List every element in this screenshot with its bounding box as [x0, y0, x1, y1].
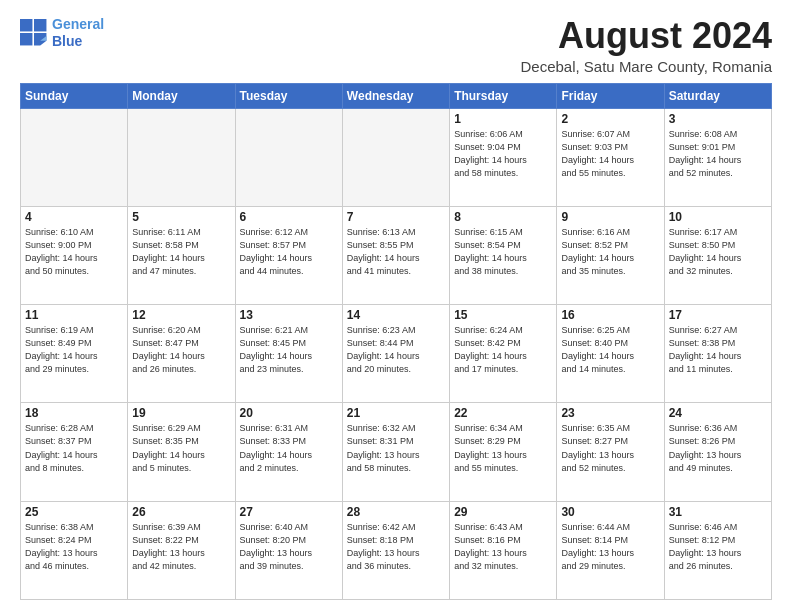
subtitle: Decebal, Satu Mare County, Romania: [520, 58, 772, 75]
day-number: 30: [561, 505, 659, 519]
day-number: 11: [25, 308, 123, 322]
month-title: August 2024: [520, 16, 772, 56]
day-number: 3: [669, 112, 767, 126]
calendar-cell: 3Sunrise: 6:08 AM Sunset: 9:01 PM Daylig…: [664, 108, 771, 206]
day-number: 20: [240, 406, 338, 420]
day-info: Sunrise: 6:19 AM Sunset: 8:49 PM Dayligh…: [25, 324, 123, 376]
day-info: Sunrise: 6:15 AM Sunset: 8:54 PM Dayligh…: [454, 226, 552, 278]
calendar-cell: 22Sunrise: 6:34 AM Sunset: 8:29 PM Dayli…: [450, 403, 557, 501]
calendar-cell: 28Sunrise: 6:42 AM Sunset: 8:18 PM Dayli…: [342, 501, 449, 599]
day-info: Sunrise: 6:10 AM Sunset: 9:00 PM Dayligh…: [25, 226, 123, 278]
day-info: Sunrise: 6:16 AM Sunset: 8:52 PM Dayligh…: [561, 226, 659, 278]
day-number: 26: [132, 505, 230, 519]
logo: General Blue: [20, 16, 104, 50]
page: General Blue August 2024 Decebal, Satu M…: [0, 0, 792, 612]
day-info: Sunrise: 6:42 AM Sunset: 8:18 PM Dayligh…: [347, 521, 445, 573]
day-number: 22: [454, 406, 552, 420]
day-number: 9: [561, 210, 659, 224]
svg-rect-1: [34, 19, 46, 31]
day-number: 29: [454, 505, 552, 519]
day-info: Sunrise: 6:12 AM Sunset: 8:57 PM Dayligh…: [240, 226, 338, 278]
calendar-cell: 13Sunrise: 6:21 AM Sunset: 8:45 PM Dayli…: [235, 305, 342, 403]
day-number: 4: [25, 210, 123, 224]
day-number: 31: [669, 505, 767, 519]
calendar-cell: 19Sunrise: 6:29 AM Sunset: 8:35 PM Dayli…: [128, 403, 235, 501]
day-number: 2: [561, 112, 659, 126]
calendar-cell: 18Sunrise: 6:28 AM Sunset: 8:37 PM Dayli…: [21, 403, 128, 501]
day-info: Sunrise: 6:13 AM Sunset: 8:55 PM Dayligh…: [347, 226, 445, 278]
calendar-cell: 14Sunrise: 6:23 AM Sunset: 8:44 PM Dayli…: [342, 305, 449, 403]
day-info: Sunrise: 6:08 AM Sunset: 9:01 PM Dayligh…: [669, 128, 767, 180]
day-info: Sunrise: 6:43 AM Sunset: 8:16 PM Dayligh…: [454, 521, 552, 573]
calendar-cell: 12Sunrise: 6:20 AM Sunset: 8:47 PM Dayli…: [128, 305, 235, 403]
calendar: Sunday Monday Tuesday Wednesday Thursday…: [20, 83, 772, 600]
calendar-week-1: 4Sunrise: 6:10 AM Sunset: 9:00 PM Daylig…: [21, 206, 772, 304]
calendar-cell: 29Sunrise: 6:43 AM Sunset: 8:16 PM Dayli…: [450, 501, 557, 599]
day-info: Sunrise: 6:06 AM Sunset: 9:04 PM Dayligh…: [454, 128, 552, 180]
day-number: 13: [240, 308, 338, 322]
day-number: 19: [132, 406, 230, 420]
calendar-week-2: 11Sunrise: 6:19 AM Sunset: 8:49 PM Dayli…: [21, 305, 772, 403]
day-number: 12: [132, 308, 230, 322]
calendar-cell: 9Sunrise: 6:16 AM Sunset: 8:52 PM Daylig…: [557, 206, 664, 304]
col-saturday: Saturday: [664, 83, 771, 108]
day-number: 21: [347, 406, 445, 420]
calendar-cell: 7Sunrise: 6:13 AM Sunset: 8:55 PM Daylig…: [342, 206, 449, 304]
day-number: 28: [347, 505, 445, 519]
calendar-cell: 5Sunrise: 6:11 AM Sunset: 8:58 PM Daylig…: [128, 206, 235, 304]
day-number: 8: [454, 210, 552, 224]
day-info: Sunrise: 6:40 AM Sunset: 8:20 PM Dayligh…: [240, 521, 338, 573]
calendar-cell: 16Sunrise: 6:25 AM Sunset: 8:40 PM Dayli…: [557, 305, 664, 403]
day-info: Sunrise: 6:20 AM Sunset: 8:47 PM Dayligh…: [132, 324, 230, 376]
day-info: Sunrise: 6:32 AM Sunset: 8:31 PM Dayligh…: [347, 422, 445, 474]
day-number: 17: [669, 308, 767, 322]
calendar-cell: 11Sunrise: 6:19 AM Sunset: 8:49 PM Dayli…: [21, 305, 128, 403]
day-info: Sunrise: 6:27 AM Sunset: 8:38 PM Dayligh…: [669, 324, 767, 376]
calendar-cell: 31Sunrise: 6:46 AM Sunset: 8:12 PM Dayli…: [664, 501, 771, 599]
day-number: 18: [25, 406, 123, 420]
calendar-cell: 30Sunrise: 6:44 AM Sunset: 8:14 PM Dayli…: [557, 501, 664, 599]
day-number: 25: [25, 505, 123, 519]
calendar-cell: 1Sunrise: 6:06 AM Sunset: 9:04 PM Daylig…: [450, 108, 557, 206]
calendar-cell: 21Sunrise: 6:32 AM Sunset: 8:31 PM Dayli…: [342, 403, 449, 501]
calendar-header-row: Sunday Monday Tuesday Wednesday Thursday…: [21, 83, 772, 108]
calendar-cell: [235, 108, 342, 206]
day-info: Sunrise: 6:31 AM Sunset: 8:33 PM Dayligh…: [240, 422, 338, 474]
calendar-cell: 20Sunrise: 6:31 AM Sunset: 8:33 PM Dayli…: [235, 403, 342, 501]
svg-rect-0: [20, 19, 32, 31]
day-info: Sunrise: 6:35 AM Sunset: 8:27 PM Dayligh…: [561, 422, 659, 474]
logo-line2: Blue: [52, 33, 82, 49]
col-monday: Monday: [128, 83, 235, 108]
calendar-cell: 2Sunrise: 6:07 AM Sunset: 9:03 PM Daylig…: [557, 108, 664, 206]
calendar-cell: 26Sunrise: 6:39 AM Sunset: 8:22 PM Dayli…: [128, 501, 235, 599]
calendar-cell: 4Sunrise: 6:10 AM Sunset: 9:00 PM Daylig…: [21, 206, 128, 304]
day-number: 16: [561, 308, 659, 322]
calendar-cell: [21, 108, 128, 206]
calendar-week-3: 18Sunrise: 6:28 AM Sunset: 8:37 PM Dayli…: [21, 403, 772, 501]
day-number: 23: [561, 406, 659, 420]
day-info: Sunrise: 6:11 AM Sunset: 8:58 PM Dayligh…: [132, 226, 230, 278]
col-thursday: Thursday: [450, 83, 557, 108]
col-tuesday: Tuesday: [235, 83, 342, 108]
day-info: Sunrise: 6:23 AM Sunset: 8:44 PM Dayligh…: [347, 324, 445, 376]
day-info: Sunrise: 6:29 AM Sunset: 8:35 PM Dayligh…: [132, 422, 230, 474]
calendar-week-0: 1Sunrise: 6:06 AM Sunset: 9:04 PM Daylig…: [21, 108, 772, 206]
day-info: Sunrise: 6:24 AM Sunset: 8:42 PM Dayligh…: [454, 324, 552, 376]
day-info: Sunrise: 6:46 AM Sunset: 8:12 PM Dayligh…: [669, 521, 767, 573]
day-info: Sunrise: 6:44 AM Sunset: 8:14 PM Dayligh…: [561, 521, 659, 573]
calendar-cell: 23Sunrise: 6:35 AM Sunset: 8:27 PM Dayli…: [557, 403, 664, 501]
logo-text: General Blue: [52, 16, 104, 50]
svg-rect-2: [20, 33, 32, 45]
calendar-cell: 6Sunrise: 6:12 AM Sunset: 8:57 PM Daylig…: [235, 206, 342, 304]
day-number: 5: [132, 210, 230, 224]
calendar-cell: 8Sunrise: 6:15 AM Sunset: 8:54 PM Daylig…: [450, 206, 557, 304]
day-number: 1: [454, 112, 552, 126]
day-number: 24: [669, 406, 767, 420]
calendar-cell: 15Sunrise: 6:24 AM Sunset: 8:42 PM Dayli…: [450, 305, 557, 403]
header: General Blue August 2024 Decebal, Satu M…: [20, 16, 772, 75]
calendar-cell: [342, 108, 449, 206]
calendar-cell: 17Sunrise: 6:27 AM Sunset: 8:38 PM Dayli…: [664, 305, 771, 403]
day-number: 10: [669, 210, 767, 224]
calendar-cell: 24Sunrise: 6:36 AM Sunset: 8:26 PM Dayli…: [664, 403, 771, 501]
calendar-cell: 27Sunrise: 6:40 AM Sunset: 8:20 PM Dayli…: [235, 501, 342, 599]
